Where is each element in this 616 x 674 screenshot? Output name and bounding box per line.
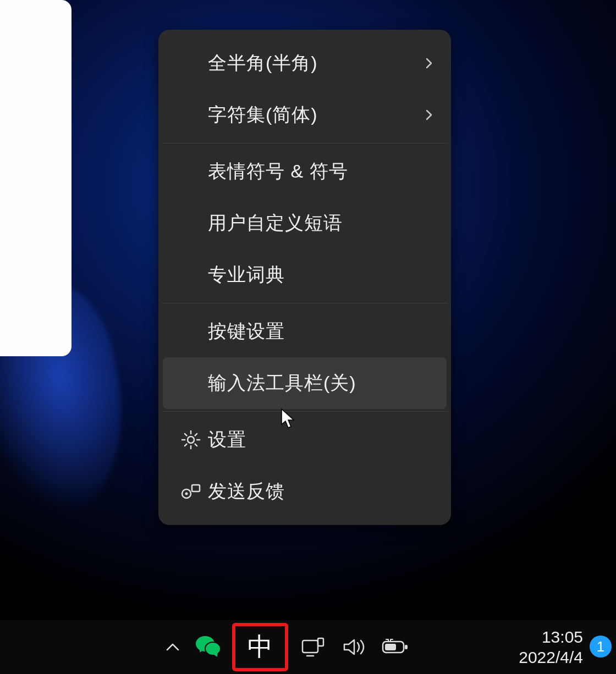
- menu-separator: [162, 411, 448, 412]
- background-window: [0, 0, 72, 356]
- ime-indicator-button[interactable]: 中: [232, 623, 288, 671]
- svg-point-0: [188, 437, 194, 443]
- svg-rect-8: [405, 645, 408, 649]
- menu-item-ime-toolbar[interactable]: 输入法工具栏(关): [163, 357, 447, 409]
- feedback-icon: [174, 480, 208, 502]
- chevron-right-icon: [422, 57, 436, 70]
- menu-item-label: 用户自定义短语: [208, 211, 436, 236]
- menu-item-label: 设置: [208, 427, 436, 452]
- menu-item-label: 专业词典: [208, 262, 436, 288]
- menu-item-label: 按键设置: [208, 319, 436, 344]
- notification-count: 1: [597, 638, 604, 655]
- menu-item-send-feedback[interactable]: 发送反馈: [158, 466, 451, 517]
- menu-item-label: 表情符号 & 符号: [208, 159, 436, 184]
- menu-item-label: 输入法工具栏(关): [208, 371, 436, 396]
- menu-item-pro-dictionary[interactable]: 专业词典: [158, 249, 451, 301]
- ime-indicator-label: 中: [248, 630, 273, 664]
- battery-icon[interactable]: [380, 631, 410, 664]
- wechat-tray-icon[interactable]: [196, 631, 222, 664]
- menu-separator: [162, 143, 448, 143]
- menu-item-label: 字符集(简体): [208, 102, 422, 128]
- menu-separator: [162, 303, 448, 303]
- menu-item-user-phrases[interactable]: 用户自定义短语: [158, 197, 451, 249]
- clock-date: 2022/4/4: [519, 647, 583, 668]
- svg-point-2: [185, 493, 188, 495]
- menu-item-full-half-width[interactable]: 全半角(半角): [158, 37, 451, 89]
- network-icon[interactable]: [298, 631, 329, 664]
- svg-rect-6: [318, 638, 323, 646]
- taskbar-clock[interactable]: 13:05 2022/4/4: [519, 620, 583, 674]
- svg-rect-3: [192, 485, 200, 491]
- menu-item-emoji-symbols[interactable]: 表情符号 & 符号: [158, 146, 451, 197]
- tray-overflow-button[interactable]: [160, 631, 186, 664]
- system-tray: 中: [160, 620, 410, 674]
- taskbar: 中 13:05 2022/4: [0, 620, 616, 674]
- menu-item-label: 全半角(半角): [208, 51, 422, 76]
- menu-item-charset[interactable]: 字符集(简体): [158, 89, 451, 141]
- svg-rect-9: [385, 644, 396, 650]
- gear-icon: [174, 429, 208, 451]
- notification-badge[interactable]: 1: [590, 636, 612, 658]
- menu-item-settings[interactable]: 设置: [158, 414, 451, 466]
- svg-rect-4: [302, 640, 318, 653]
- clock-time: 13:05: [542, 627, 583, 648]
- chevron-right-icon: [422, 108, 436, 121]
- menu-item-key-settings[interactable]: 按键设置: [158, 306, 451, 357]
- ime-context-menu: 全半角(半角) 字符集(简体) 表情符号 & 符号 用户自定义短语 专业词典 按…: [158, 30, 451, 525]
- menu-item-label: 发送反馈: [208, 479, 436, 504]
- volume-icon[interactable]: [339, 631, 370, 664]
